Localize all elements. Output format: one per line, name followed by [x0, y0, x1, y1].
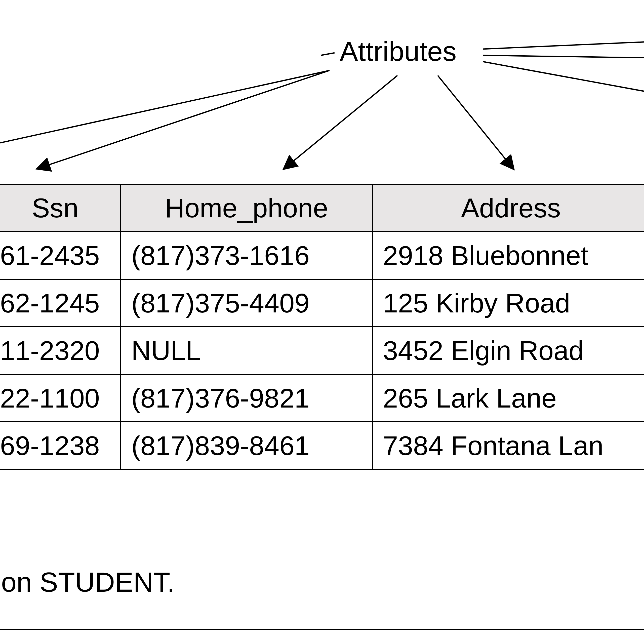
cell-phone: NULL: [121, 327, 372, 374]
bottom-divider: [0, 629, 644, 630]
header-home-phone: Home_phone: [121, 184, 372, 232]
cell-ssn: 11-2320: [0, 327, 121, 374]
cell-address: 125 Kirby Road: [372, 279, 644, 327]
cell-ssn: 62-1245: [0, 279, 121, 327]
caption-text: ion STUDENT.: [0, 566, 175, 598]
svg-line-7: [483, 55, 644, 58]
cell-phone: (817)839-8461: [121, 422, 372, 469]
cell-address: 3452 Elgin Road: [372, 327, 644, 374]
table-row: 61-2435 (817)373-1616 2918 Bluebonnet: [0, 232, 644, 279]
header-address: Address: [372, 184, 644, 232]
cell-phone: (817)376-9821: [121, 374, 372, 422]
svg-line-1: [38, 70, 330, 169]
cell-ssn: 69-1238: [0, 422, 121, 469]
cell-address: 265 Lark Lane: [372, 374, 644, 422]
student-table: Ssn Home_phone Address 61-2435 (817)373-…: [0, 184, 644, 470]
table-row: 22-1100 (817)376-9821 265 Lark Lane: [0, 374, 644, 422]
table-header-row: Ssn Home_phone Address: [0, 184, 644, 232]
svg-line-4: [438, 75, 513, 169]
table-row: 69-1238 (817)839-8461 7384 Fontana Lan: [0, 422, 644, 469]
svg-line-8: [483, 62, 644, 93]
cell-phone: (817)375-4409: [121, 279, 372, 327]
svg-line-2: [0, 70, 330, 148]
attributes-label: Attributes: [340, 35, 457, 67]
header-ssn: Ssn: [0, 184, 121, 232]
table-row: 62-1245 (817)375-4409 125 Kirby Road: [0, 279, 644, 327]
cell-ssn: 22-1100: [0, 374, 121, 422]
svg-line-3: [284, 75, 397, 169]
svg-line-5: [321, 53, 335, 55]
student-table-wrapper: Ssn Home_phone Address 61-2435 (817)373-…: [0, 184, 644, 470]
table-row: 11-2320 NULL 3452 Elgin Road: [0, 327, 644, 374]
svg-line-6: [483, 42, 644, 49]
cell-phone: (817)373-1616: [121, 232, 372, 279]
cell-ssn: 61-2435: [0, 232, 121, 279]
cell-address: 2918 Bluebonnet: [372, 232, 644, 279]
arrows-svg: [0, 0, 644, 201]
cell-address: 7384 Fontana Lan: [372, 422, 644, 469]
